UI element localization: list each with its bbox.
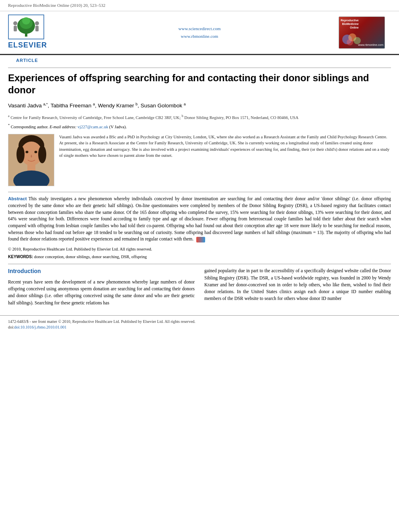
journal-cover-image: ReproductiveBioMedicineOnline www.rbmonl…	[339, 16, 385, 49]
journal-info-bar: Reproductive BioMedicine Online (2010) 2…	[0, 0, 399, 11]
corresponding-author: * Corresponding author. E-mail address: …	[8, 123, 391, 130]
elsevier-logo-area: ELSEVIER	[8, 14, 60, 50]
author-photo	[8, 134, 54, 186]
keywords-label: KEYWORDS:	[8, 255, 33, 259]
email-link[interactable]: vj227@cam.ac.uk	[78, 125, 108, 129]
svg-point-6	[13, 21, 17, 25]
svg-point-22	[38, 146, 46, 163]
cover-title: ReproductiveBioMedicineOnline	[341, 18, 359, 29]
footer-issn: 1472-6483/$ - see front matter © 2010, R…	[8, 319, 391, 325]
svg-point-21	[16, 146, 25, 163]
rbmonline-link[interactable]: www.rbmonline.com	[64, 33, 335, 40]
authors-line: Vasanti Jadva a,*, Tabitha Freeman a, We…	[8, 102, 391, 110]
body-divider	[8, 264, 391, 264]
abstract-label: Abstract	[8, 196, 27, 201]
abstract-divider	[8, 192, 391, 192]
article-title: Experiences of offspring searching for a…	[8, 72, 391, 96]
two-column-section: Introduction Recent years have seen the …	[8, 267, 391, 310]
left-column: Introduction Recent years have seen the …	[8, 267, 195, 310]
header-links: www.sciencedirect.com www.rbmonline.com	[64, 25, 335, 40]
journal-citation: Reproductive BioMedicine Online (2010) 2…	[8, 3, 105, 8]
intro-paragraph-right: gained popularity due in part to the acc…	[204, 267, 391, 302]
keywords-line: KEYWORDS: donor conception, donor siblin…	[8, 254, 391, 260]
author-names: Vasanti Jadva a,*, Tabitha Freeman a, We…	[8, 103, 186, 109]
bio-section: Vasanti Jadva was awarded a BSc and a Ph…	[8, 134, 391, 186]
title-divider	[8, 68, 391, 68]
article-type-tag: ARTICLE	[8, 55, 391, 64]
elsevier-wordmark: ELSEVIER	[8, 40, 47, 50]
copyright-line: © 2010, Reproductive Healthcare Ltd. Pub…	[8, 246, 391, 253]
svg-rect-9	[35, 26, 39, 31]
elsevier-tree-icon	[8, 14, 44, 39]
abstract-text: This study investigates a new phenomenon…	[8, 196, 391, 241]
affiliations: a Centre for Family Research, University…	[8, 114, 391, 121]
article-body: ARTICLE Experiences of offspring searchi…	[0, 55, 399, 310]
cover-url: www.rbmonline.com	[358, 43, 383, 47]
svg-rect-19	[27, 164, 35, 171]
author-portrait	[8, 134, 54, 186]
svg-point-5	[22, 17, 30, 25]
keywords-text: donor conception, donor siblings, donor …	[34, 255, 147, 259]
svg-point-17	[26, 151, 29, 153]
page-header: ELSEVIER www.sciencedirect.com www.rbmon…	[0, 11, 399, 55]
abstract-section: AbstractThis study investigates a new ph…	[8, 195, 391, 242]
page-footer: 1472-6483/$ - see front matter © 2010, R…	[0, 315, 399, 333]
svg-point-8	[35, 21, 39, 25]
svg-point-13	[347, 39, 353, 45]
intro-paragraph-left: Recent years have seen the development o…	[8, 279, 195, 306]
svg-rect-7	[14, 26, 17, 31]
abstract-badge	[196, 237, 205, 242]
doi-link[interactable]: doi:10.1016/j.rbmo.2010.01.001	[14, 325, 67, 329]
footer-doi: doi:doi:10.1016/j.rbmo.2010.01.001	[8, 325, 391, 330]
introduction-heading: Introduction	[8, 267, 195, 275]
bio-text: Vasanti Jadva was awarded a BSc and a Ph…	[59, 134, 391, 158]
right-column: gained popularity due in part to the acc…	[204, 267, 391, 310]
journal-cover-area: ReproductiveBioMedicineOnline www.rbmonl…	[339, 16, 391, 49]
svg-point-18	[35, 151, 37, 153]
sciencedirect-link[interactable]: www.sciencedirect.com	[64, 25, 335, 33]
